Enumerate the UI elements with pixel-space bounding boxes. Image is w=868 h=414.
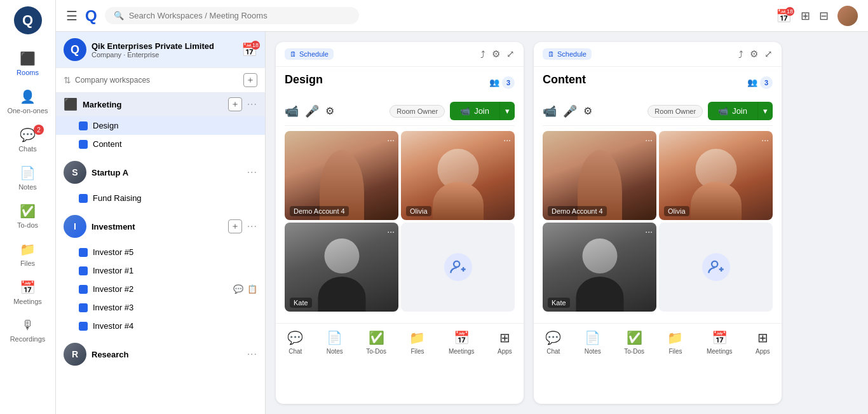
video-cell-olivia-design: Olivia ··· — [401, 131, 515, 220]
video-cell-add-design[interactable] — [401, 223, 515, 312]
toolbar-notes-design[interactable]: 📄 Notes — [327, 330, 343, 355]
nav-meetings[interactable]: 📅 Meetings — [0, 273, 55, 312]
mic-icon-content[interactable]: 🎤 — [563, 104, 577, 118]
content-participant-count: 3 — [760, 76, 773, 89]
room-content-dot — [79, 140, 88, 149]
toolbar-notes-content[interactable]: 📄 Notes — [585, 330, 601, 355]
room-investor3-dot — [79, 303, 88, 312]
logo-text: Q — [22, 12, 33, 29]
settings2-icon-design[interactable]: ⚙ — [325, 105, 334, 117]
nav-files[interactable]: 📁 Files — [0, 235, 55, 273]
workspace-marketing-header[interactable]: ⬛ Marketing ＋ ··· — [56, 92, 265, 116]
more-startup-button[interactable]: ··· — [247, 167, 257, 178]
demo-more-design[interactable]: ··· — [387, 135, 395, 145]
grid-view-button[interactable]: ⊞ — [801, 9, 810, 23]
content-wrapper: ☰ Q 🔍 📅 18 ⊞ ⊟ Q — [56, 0, 868, 414]
workspace-investment-actions: ＋ ··· — [228, 219, 257, 233]
nav-rooms[interactable]: ⬛ Rooms — [0, 45, 55, 83]
room-investor2[interactable]: Investor #2 💬 📋 — [56, 280, 265, 298]
room-investor5-left: Investor #5 — [79, 247, 133, 257]
sidebar-scroll: ⇅ Company workspaces ＋ ⬛ Marketing ＋ — [56, 68, 265, 414]
nav-one-on-ones[interactable]: 👤 One-on-ones — [0, 83, 55, 121]
room-fundraising-label: Fund Raising — [93, 193, 142, 203]
room-content-header-actions: ⤴ ⚙ ⤢ — [738, 48, 773, 60]
settings-icon-design[interactable]: ⚙ — [492, 48, 500, 60]
content-join-button[interactable]: 📹 Join — [708, 102, 757, 120]
workspace-investment-header[interactable]: I Investment ＋ ··· — [56, 210, 265, 243]
kate-more-content[interactable]: ··· — [645, 226, 653, 237]
meetings-icon-design-tb: 📅 — [454, 330, 470, 345]
workspace-research-header[interactable]: R Research ··· — [56, 338, 265, 371]
nav-recordings[interactable]: 🎙 Recordings — [0, 312, 55, 349]
toolbar-files-content[interactable]: 📁 Files — [667, 330, 683, 355]
design-join-label: Join — [474, 106, 489, 116]
company-header: Q Qik Enterprises Private Limited Compan… — [56, 32, 265, 68]
toolbar-chat-content[interactable]: 💬 Chat — [545, 330, 561, 355]
video-cell-add-content[interactable] — [659, 223, 773, 312]
toolbar-files-design[interactable]: 📁 Files — [409, 330, 425, 355]
meetings-icon-content-tb: 📅 — [712, 330, 728, 345]
more-research-button[interactable]: ··· — [247, 348, 257, 360]
more-marketing-button[interactable]: ··· — [247, 99, 257, 110]
room-fundraising-left: Fund Raising — [79, 193, 142, 203]
room-content[interactable]: Content — [56, 135, 265, 153]
toolbar-todos-content[interactable]: ✅ To-Dos — [624, 330, 644, 355]
olivia-more-content[interactable]: ··· — [761, 135, 769, 145]
toolbar-meetings-design[interactable]: 📅 Meetings — [449, 330, 475, 355]
user-avatar[interactable] — [837, 6, 858, 26]
content-join-arrow[interactable]: ▾ — [757, 102, 773, 120]
add-participant-icon-design — [444, 253, 472, 281]
video-icon-content[interactable]: 📹 — [543, 104, 557, 118]
room-content-toolbar: 💬 Chat 📄 Notes ✅ To-Dos 📁 Files — [534, 323, 782, 361]
workspace-marketing-name: Marketing — [83, 100, 121, 109]
room-investor2-actions: 💬 📋 — [233, 284, 257, 294]
demo-more-content[interactable]: ··· — [645, 135, 653, 145]
calendar-button[interactable]: 📅 18 — [776, 8, 792, 24]
workspace-startup-header[interactable]: S Startup A ··· — [56, 156, 265, 189]
content-schedule-label: Schedule — [557, 50, 587, 58]
room-investor4[interactable]: Investor #4 — [56, 317, 265, 335]
mic-icon-design[interactable]: 🎤 — [305, 104, 319, 118]
kate-more-design[interactable]: ··· — [387, 226, 395, 237]
calendar-side-button[interactable]: 📅 18 — [241, 42, 257, 57]
share-icon-content[interactable]: ⤴ — [738, 49, 743, 60]
main-content: 🗓 Schedule ⤴ ⚙ ⤢ Design 👥 — [266, 32, 868, 414]
room-design[interactable]: Design — [56, 116, 265, 135]
room-investor1[interactable]: Investor #1 — [56, 261, 265, 280]
olivia-more-design[interactable]: ··· — [503, 135, 511, 145]
nav-notes[interactable]: 📄 Notes — [0, 159, 55, 197]
settings-icon-content[interactable]: ⚙ — [750, 48, 758, 60]
toolbar-apps-content[interactable]: ⊞ Apps — [756, 330, 770, 355]
add-room-marketing-button[interactable]: ＋ — [228, 97, 242, 111]
expand-icon-design[interactable]: ⤢ — [506, 48, 515, 60]
share-icon-design[interactable]: ⤴ — [480, 49, 485, 60]
toolbar-chat-design[interactable]: 💬 Chat — [287, 330, 303, 355]
room-fundraising[interactable]: Fund Raising — [56, 189, 265, 207]
chat-icon-design-tb: 💬 — [287, 330, 303, 345]
content-participants: 👥 3 — [747, 76, 773, 89]
search-bar[interactable]: 🔍 — [105, 7, 359, 24]
settings2-icon-content[interactable]: ⚙ — [583, 105, 592, 117]
toolbar-apps-design[interactable]: ⊞ Apps — [498, 330, 512, 355]
toolbar-todos-design[interactable]: ✅ To-Dos — [366, 330, 386, 355]
hamburger-button[interactable]: ☰ — [66, 8, 78, 24]
content-video-grid: Demo Account 4 ··· Olivia ··· — [543, 131, 773, 312]
design-join-arrow[interactable]: ▾ — [499, 102, 515, 120]
design-join-button[interactable]: 📹 Join — [450, 102, 499, 120]
nav-chats[interactable]: 2 💬 Chats — [0, 121, 55, 159]
add-workspace-button[interactable]: ＋ — [243, 73, 257, 87]
room-investor3[interactable]: Investor #3 — [56, 298, 265, 317]
one-on-ones-icon: 👤 — [20, 89, 36, 104]
content-schedule-badge[interactable]: 🗓 Schedule — [543, 48, 592, 60]
layout-button[interactable]: ⊟ — [819, 9, 829, 23]
more-investment-button[interactable]: ··· — [247, 221, 257, 232]
design-schedule-label: Schedule — [299, 50, 329, 58]
design-schedule-badge[interactable]: 🗓 Schedule — [285, 48, 334, 60]
toolbar-meetings-content[interactable]: 📅 Meetings — [707, 330, 733, 355]
add-room-investment-button[interactable]: ＋ — [228, 219, 242, 233]
expand-icon-content[interactable]: ⤢ — [764, 48, 773, 60]
search-input[interactable] — [129, 11, 350, 20]
video-icon-design[interactable]: 📹 — [285, 104, 299, 118]
nav-todos[interactable]: ✅ To-dos — [0, 197, 55, 235]
room-investor5[interactable]: Investor #5 — [56, 243, 265, 261]
